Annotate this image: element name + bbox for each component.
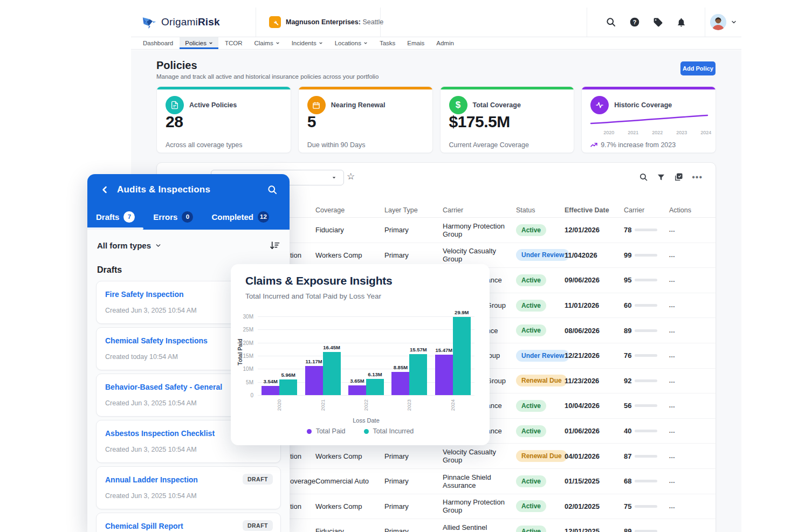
user-menu[interactable] [705, 8, 741, 37]
row-actions-button[interactable]: ••• [669, 304, 675, 309]
cell-layer-type: Primary [384, 527, 443, 532]
stat-caption: Due within 90 Days [307, 141, 366, 149]
cell-carrier: Harmony Protection Group [443, 222, 516, 238]
row-actions-button[interactable]: ••• [669, 430, 675, 434]
draft-name-link[interactable]: Behavior-Based Safety - General [105, 383, 222, 391]
tab-count-badge: 12 [258, 211, 269, 223]
historic-coverage-sparkline [589, 112, 709, 127]
bar-total-incurred-2024[interactable] [453, 317, 471, 396]
chevron-down-icon [319, 41, 323, 45]
nav-item-incidents[interactable]: Incidents [286, 37, 328, 49]
bar-total-paid-2024[interactable] [435, 355, 453, 395]
nav-item-dashboard[interactable]: Dashboard [137, 37, 178, 49]
bar-total-incurred-2023[interactable] [409, 354, 427, 395]
cell-coverage: Workers Comp [315, 251, 384, 259]
cell-carrier-score: 95 [624, 276, 669, 284]
brand-logo[interactable]: OrigamiRisk [131, 8, 256, 37]
row-actions-button[interactable]: ••• [669, 254, 675, 259]
bell-icon[interactable] [676, 17, 686, 27]
status-badge: Renewal Due [516, 375, 567, 386]
panel-header: Audits & Inspections Drafts7Errors0Compl… [87, 174, 290, 230]
row-actions-button[interactable]: ••• [669, 229, 675, 233]
column-header-carrier: Carrier [443, 206, 516, 214]
cell-actions: ••• [669, 502, 694, 510]
row-actions-button[interactable]: ••• [669, 505, 675, 510]
row-actions-button[interactable]: ••• [669, 279, 675, 284]
draft-created-date: Created Jun 3, 2025 10:54 AM [105, 446, 197, 453]
stat-card-active-policies: Active Policies 28 Across all coverage t… [156, 86, 291, 153]
header-spacer [381, 8, 587, 37]
tag-icon[interactable] [653, 17, 663, 27]
row-actions-button[interactable]: ••• [669, 455, 675, 460]
status-badge: Active [516, 224, 546, 236]
tab-completed[interactable]: Completed12 [211, 211, 269, 223]
org-switcher[interactable]: Magnuson Enterprises: Seattle [256, 8, 381, 37]
gridline [258, 316, 474, 317]
cell-layer-type: Primary [384, 226, 443, 234]
nav-item-policies[interactable]: Policies [180, 37, 218, 49]
trend-up-icon [590, 142, 597, 148]
row-actions-button[interactable]: ••• [669, 480, 675, 485]
cell-layer-type: Primary [384, 477, 443, 485]
cell-effective-date: 04/01/2026 [565, 452, 624, 460]
bar-total-incurred-2020[interactable] [279, 379, 297, 395]
bar-total-paid-2021[interactable] [305, 366, 323, 395]
bar-total-paid-2020[interactable] [262, 386, 279, 395]
draft-list-item[interactable]: Annual Ladder InspectionCreated Jun 3, 2… [96, 466, 281, 509]
search-icon[interactable] [606, 17, 616, 27]
row-actions-button[interactable]: ••• [669, 379, 675, 384]
nav-item-claims[interactable]: Claims [249, 37, 285, 49]
legend-item-total-incurred[interactable]: Total Incurred [364, 427, 414, 435]
add-policy-button[interactable]: Add Policy [680, 61, 716, 75]
legend-item-total-paid[interactable]: Total Paid [307, 427, 346, 435]
search-icon[interactable] [267, 184, 278, 195]
bar-total-incurred-2022[interactable] [366, 379, 384, 395]
form-type-filter[interactable]: All form types [87, 230, 290, 251]
nav-item-admin[interactable]: Admin [431, 37, 459, 49]
y-axis-tick: 0 [231, 392, 253, 398]
cell-carrier-score: 60 [624, 301, 669, 309]
draft-list-item[interactable]: Chemical Spill ReportCreated Jun 3, 2025… [96, 513, 281, 532]
page-subtitle: Manage and track all active and historic… [156, 73, 379, 80]
filter-icon[interactable] [657, 173, 665, 182]
tab-errors[interactable]: Errors0 [153, 211, 193, 223]
bar-total-incurred-2021[interactable] [323, 352, 341, 395]
row-actions-button[interactable]: ••• [669, 530, 675, 532]
header-actions: ? [587, 8, 705, 37]
nav-item-emais[interactable]: Emais [402, 37, 430, 49]
cell-coverage: Workers Comp [315, 452, 384, 460]
help-icon[interactable]: ? [629, 17, 640, 27]
back-icon[interactable] [99, 184, 110, 195]
draft-name-link[interactable]: Asbestos Inspection Checklist [105, 429, 215, 438]
draft-name-link[interactable]: Chemical Spill Report [105, 522, 183, 530]
nav-item-tcor[interactable]: TCOR [219, 37, 248, 49]
nav-item-tasks[interactable]: Tasks [374, 37, 401, 49]
row-actions-button[interactable]: ••• [669, 329, 675, 334]
main-nav: DashboardPoliciesTCORClaimsIncidentsLoca… [131, 37, 741, 50]
chart-subtitle: Total Incurred and Total Paid by Loss Ye… [245, 292, 381, 300]
cell-coverage: Fiduciary [315, 226, 384, 234]
status-badge: Active [516, 324, 546, 336]
search-icon[interactable] [639, 172, 648, 182]
tab-drafts[interactable]: Drafts7 [96, 211, 135, 223]
panel-tabs: Drafts7Errors0Completed12 [87, 205, 290, 228]
sort-icon[interactable] [270, 240, 280, 251]
bar-total-paid-2022[interactable] [348, 385, 366, 395]
row-actions-button[interactable]: ••• [669, 354, 675, 359]
more-icon[interactable]: ••• [692, 175, 703, 180]
draft-created-date: Created Jun 3, 2025 10:54 AM [105, 307, 197, 314]
draft-name-link[interactable]: Fire Safety Inspection [105, 290, 183, 299]
card-accent-bar [441, 87, 574, 89]
nav-item-locations[interactable]: Locations [329, 37, 373, 49]
cell-actions: ••• [669, 301, 694, 309]
draft-name-link[interactable]: Chemical Safety Inspections [105, 336, 208, 345]
draft-name-link[interactable]: Annual Ladder Inspection [105, 475, 198, 484]
bar-total-paid-2023[interactable] [391, 372, 409, 395]
bulk-select-icon[interactable] [674, 172, 683, 182]
dollar-icon: $ [449, 96, 467, 114]
row-actions-button[interactable]: ••• [669, 404, 675, 409]
cell-status: Under Review [516, 350, 565, 362]
cell-effective-date: 08/06/2026 [565, 327, 624, 335]
favorite-view-star-icon[interactable]: ☆ [347, 171, 355, 182]
cell-carrier: Harmony Protection Group [443, 498, 516, 514]
